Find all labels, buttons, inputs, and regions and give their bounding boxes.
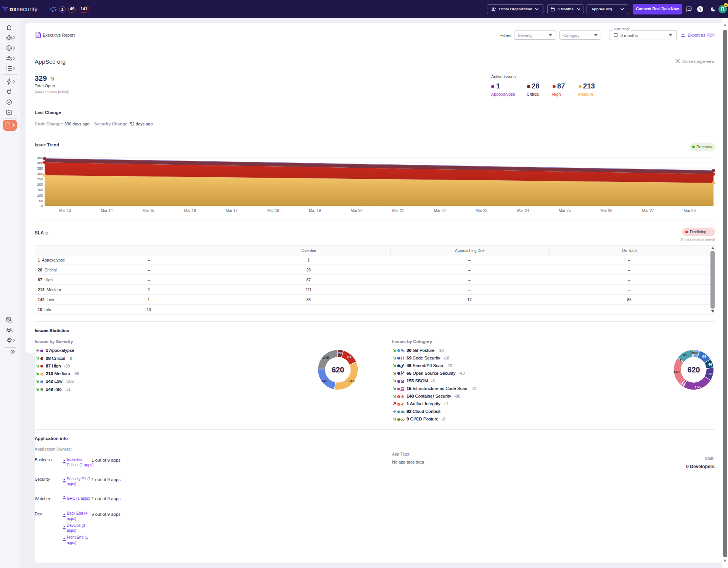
- svg-text:Mar 15: Mar 15: [143, 209, 155, 213]
- svg-text:300: 300: [37, 172, 43, 176]
- svg-text:142: 142: [321, 379, 327, 383]
- svg-text:Mar 16: Mar 16: [184, 209, 196, 213]
- svg-text:Mar 14: Mar 14: [101, 209, 113, 213]
- svg-text:Mar 17: Mar 17: [226, 209, 238, 213]
- svg-text:65: 65: [709, 372, 713, 376]
- svg-text:100: 100: [37, 193, 43, 197]
- svg-text:Mar 21: Mar 21: [392, 209, 405, 213]
- svg-text:Mar 24: Mar 24: [517, 209, 529, 213]
- svg-text:213: 213: [349, 379, 355, 383]
- svg-text:Mar 18: Mar 18: [267, 209, 280, 213]
- svg-text:149: 149: [323, 355, 329, 359]
- svg-text:69: 69: [702, 354, 706, 358]
- svg-text:50: 50: [39, 199, 43, 203]
- svg-text:Mar 27: Mar 27: [642, 209, 654, 213]
- svg-text:1: 1: [680, 358, 682, 362]
- svg-text:Mar 23: Mar 23: [476, 209, 488, 213]
- svg-text:30: 30: [694, 351, 699, 355]
- svg-text:400: 400: [37, 161, 43, 165]
- svg-text:82: 82: [683, 353, 688, 357]
- svg-text:0: 0: [41, 204, 43, 208]
- svg-text:150: 150: [37, 188, 43, 192]
- svg-text:Mar 25: Mar 25: [559, 209, 571, 213]
- svg-text:200: 200: [37, 182, 43, 186]
- svg-text:155: 155: [694, 385, 701, 389]
- svg-text:350: 350: [37, 166, 43, 170]
- svg-text:9: 9: [692, 350, 694, 355]
- svg-text:250: 250: [37, 177, 43, 181]
- svg-text:Mar 22: Mar 22: [434, 209, 446, 213]
- svg-text:148: 148: [673, 370, 680, 374]
- svg-text:Mar 13: Mar 13: [59, 209, 71, 213]
- svg-text:Mar 19: Mar 19: [309, 209, 321, 213]
- svg-text:46: 46: [708, 362, 712, 366]
- svg-text:Mar 20: Mar 20: [350, 209, 363, 213]
- svg-text:620: 620: [332, 366, 344, 374]
- svg-text:620: 620: [688, 366, 700, 374]
- svg-text:450: 450: [37, 156, 43, 160]
- svg-text:87: 87: [347, 355, 352, 359]
- svg-text:Mar 26: Mar 26: [600, 209, 612, 213]
- svg-text:Mar 28: Mar 28: [684, 209, 696, 213]
- svg-text:28: 28: [338, 351, 342, 355]
